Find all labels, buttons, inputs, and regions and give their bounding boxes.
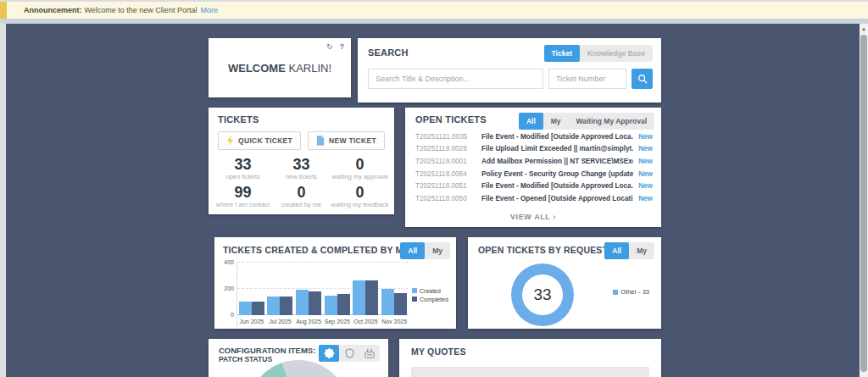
bar-group: Jul 2025 <box>267 297 292 327</box>
x-axis-label: Jun 2025 <box>239 315 264 327</box>
legend-swatch <box>613 290 618 295</box>
gridline <box>237 262 409 263</box>
announcement-text: Announcement:Welcome to the new Client P… <box>24 6 218 14</box>
refresh-icon[interactable]: ↻ <box>326 42 333 51</box>
shield-icon[interactable] <box>339 345 359 362</box>
ticket-title: Policy Event - Security Group Change (up… <box>481 170 633 178</box>
ticket-id: T20251121.0035 <box>415 133 481 141</box>
bar-group: Aug 2025 <box>296 290 321 327</box>
stat-label: where I am contact <box>214 201 272 208</box>
stat-label: new tickets <box>272 173 331 180</box>
announcement-accent <box>0 2 7 20</box>
bar-completed <box>337 294 350 315</box>
bar-created <box>325 296 337 315</box>
client-portal-dashboard: Announcement:Welcome to the new Client P… <box>0 0 868 377</box>
puzzle-piece-icon[interactable] <box>319 345 339 362</box>
ticket-title: File Event - Modified [Outside Approved … <box>481 133 633 141</box>
bar-created <box>353 280 365 315</box>
stat-where-i-am-contact[interactable]: 99 where I am contact <box>214 185 272 208</box>
table-row[interactable]: T20251118.0051 File Event - Modified [Ou… <box>415 180 653 192</box>
help-icon[interactable]: ? <box>340 42 345 51</box>
legend-item-created: Created <box>412 288 453 294</box>
bar-created <box>239 302 252 315</box>
ticket-title: File Upload Limit Exceeded || martin@sim… <box>481 145 633 152</box>
tab-all[interactable]: All <box>400 242 425 259</box>
stat-label: waiting my feedback <box>331 201 389 208</box>
ticket-id: T20251119.0028 <box>415 145 481 152</box>
tab-my[interactable]: My <box>543 113 569 130</box>
legend-item-completed: Completed <box>412 297 453 302</box>
table-row[interactable]: T20251118.0084 Policy Event - Security G… <box>415 168 653 180</box>
announcement-message: Welcome to the new Client Portal <box>85 6 198 14</box>
tab-all[interactable]: All <box>519 113 543 130</box>
stat-label: waiting my approval <box>331 173 389 180</box>
stat-open-tickets[interactable]: 33 open tickets <box>214 157 272 180</box>
tab-all[interactable]: All <box>604 242 629 259</box>
scrollbar-up-arrow-icon[interactable]: ▲ <box>860 24 868 34</box>
open-tickets-by-type-card: OPEN TICKETS BY REQUEST TYPE All My 33 O… <box>468 237 661 329</box>
bar-chart-legend: Created Completed <box>409 263 453 327</box>
bar-completed <box>394 293 407 315</box>
stat-waiting-my-feedback[interactable]: 0 waiting my feedback <box>331 185 389 208</box>
welcome-title-bold: WELCOME <box>228 62 286 75</box>
left-edge-strip <box>0 24 6 377</box>
table-row[interactable]: T20251119.0001 Add Mailbox Permission ||… <box>415 155 653 168</box>
status-badge: New <box>638 145 653 152</box>
ticket-title: File Event - Modified [Outside Approved … <box>481 182 633 190</box>
config-icon-tabs <box>319 345 380 362</box>
view-all-link[interactable]: VIEW ALL › <box>405 213 661 221</box>
vertical-scrollbar[interactable]: ▲ <box>860 24 868 377</box>
legend-swatch <box>412 297 417 302</box>
new-ticket-label: NEW TICKET <box>329 136 376 145</box>
lightning-icon <box>226 136 234 146</box>
stat-created-by-me[interactable]: 0 created by me <box>272 185 331 208</box>
bar-chart-groups: Jun 2025Jul 2025Aug 2025Sep 2025Oct 2025… <box>236 263 409 327</box>
scrollbar-thumb[interactable] <box>860 35 867 372</box>
donut-chart: 33 <box>511 263 574 326</box>
stat-value: 99 <box>214 185 272 200</box>
legend-swatch <box>412 288 417 293</box>
welcome-title: WELCOME KARLIN! <box>209 62 351 75</box>
stat-label: created by me <box>272 201 331 208</box>
table-row[interactable]: T20251121.0035 File Event - Modified [Ou… <box>415 130 653 143</box>
document-icon <box>316 136 325 146</box>
quotes-table-header-placeholder <box>411 367 649 377</box>
tickets-by-month-card: TICKETS CREATED & COMPLETED BY MONTH All… <box>214 237 456 329</box>
status-badge: New <box>638 158 653 165</box>
bar-completed <box>365 280 378 315</box>
x-axis-label: Jul 2025 <box>269 315 291 327</box>
announcement-more-link[interactable]: More <box>200 6 218 14</box>
table-row[interactable]: T20251119.0028 File Upload Limit Exceede… <box>415 143 653 156</box>
welcome-card: ↻ ? WELCOME KARLIN! <box>209 38 351 97</box>
search-button[interactable] <box>632 69 653 89</box>
stat-label: open tickets <box>214 173 272 180</box>
table-row[interactable]: T20251118.0050 File Event - Opened [Outs… <box>415 192 653 205</box>
stat-new-tickets[interactable]: 33 new tickets <box>272 157 331 180</box>
bar-group: Jun 2025 <box>239 302 264 327</box>
ticket-id: T20251118.0084 <box>415 170 481 178</box>
tab-knowledge-base[interactable]: Knowledge Base <box>580 45 653 62</box>
quick-ticket-label: QUICK TICKET <box>238 136 292 145</box>
stat-waiting-my-approval[interactable]: 0 waiting my approval <box>331 157 389 180</box>
my-quotes-card: MY QUOTES <box>399 339 661 377</box>
bar-completed <box>280 297 292 315</box>
donut-legend-item: Other - 33 <box>613 288 649 296</box>
welcome-title-name: KARLIN! <box>288 62 331 75</box>
drive-icon[interactable] <box>359 345 380 362</box>
open-tickets-tabs: All My Waiting My Approval <box>519 113 654 130</box>
quick-ticket-button[interactable]: QUICK TICKET <box>218 131 301 150</box>
search-title-input[interactable] <box>368 69 543 89</box>
announcement-label: Announcement: <box>24 6 82 14</box>
tab-my[interactable]: My <box>629 242 654 259</box>
ticket-number-input[interactable] <box>548 69 626 89</box>
ticket-title: File Event - Opened [Outside Approved Lo… <box>481 195 633 202</box>
tab-my[interactable]: My <box>425 242 450 259</box>
bar-group: Sep 2025 <box>325 294 350 327</box>
bar-chart-yaxis: 0200400 <box>221 263 236 327</box>
tickets-card-title: TICKETS <box>218 114 259 125</box>
bar-created <box>296 290 309 315</box>
search-tabs: Ticket Knowledge Base <box>544 45 653 62</box>
tab-waiting-my-approval[interactable]: Waiting My Approval <box>569 113 654 130</box>
tab-ticket[interactable]: Ticket <box>544 45 580 62</box>
new-ticket-button[interactable]: NEW TICKET <box>308 131 385 150</box>
